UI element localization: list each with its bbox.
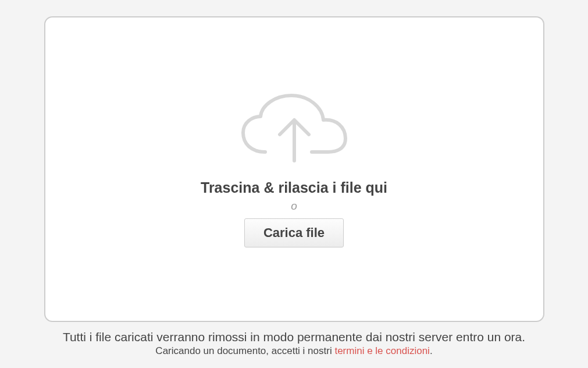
cloud-upload-icon bbox=[236, 91, 352, 169]
notice-terms-prefix: Caricando un documento, accetti i nostri bbox=[155, 345, 334, 356]
notice-block: Tutti i file caricati verranno rimossi i… bbox=[63, 330, 525, 357]
notice-removal-text: Tutti i file caricati verranno rimossi i… bbox=[63, 330, 525, 344]
file-dropzone[interactable]: Trascina & rilascia i file qui o Carica … bbox=[44, 16, 544, 322]
notice-terms-suffix: . bbox=[430, 345, 433, 356]
drag-drop-label: Trascina & rilascia i file qui bbox=[201, 179, 387, 196]
terms-link[interactable]: termini e le condizioni bbox=[334, 345, 429, 356]
or-label: o bbox=[291, 200, 297, 213]
notice-terms-text: Caricando un documento, accetti i nostri… bbox=[63, 345, 525, 357]
upload-file-button[interactable]: Carica file bbox=[244, 218, 344, 247]
